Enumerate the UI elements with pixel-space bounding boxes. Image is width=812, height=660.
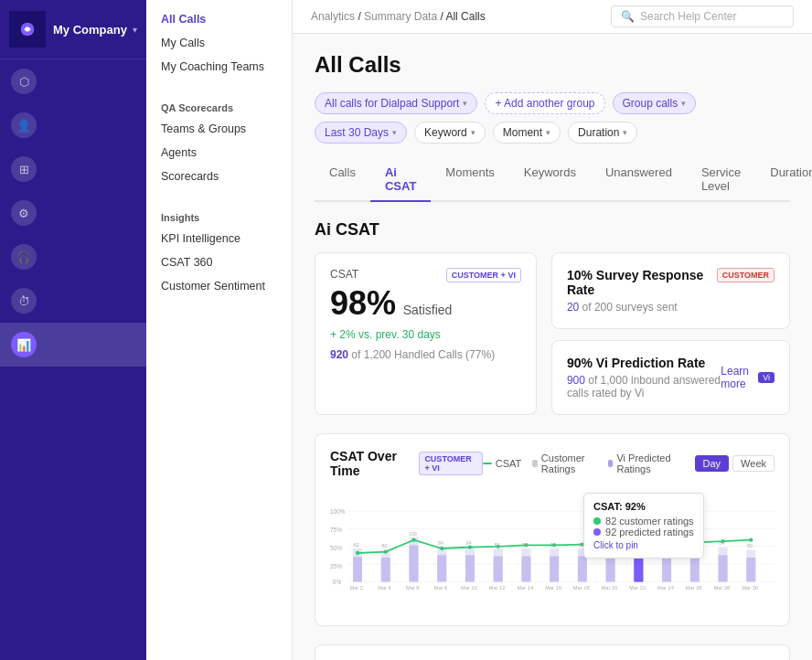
filter-duration[interactable]: Duration ▾	[568, 122, 637, 144]
filter-keyword[interactable]: Keyword ▾	[414, 122, 486, 144]
nav-section-calls: All Calls My Calls My Coaching Teams	[146, 0, 292, 86]
svg-text:0%: 0%	[333, 579, 342, 585]
nav-section-title-qa: QA Scorecards	[146, 93, 292, 117]
nav-item-all-calls[interactable]: All Calls	[146, 7, 292, 31]
learn-more-link[interactable]: Learn more	[721, 365, 749, 390]
chart-icon: 📊	[11, 332, 37, 357]
nav-item-scorecards[interactable]: Scorecards	[146, 165, 292, 188]
tab-duration[interactable]: Duration	[755, 158, 812, 202]
tooltip-predicted-row: 92 predicted ratings	[593, 527, 694, 538]
svg-text:50%: 50%	[330, 545, 342, 551]
page-title: All Calls	[315, 52, 790, 78]
svg-rect-39	[719, 555, 728, 581]
svg-text:Mar 6: Mar 6	[406, 585, 420, 591]
breadcrumb-summary[interactable]: Summary Data	[364, 10, 437, 23]
nav-item-teams-groups[interactable]: Teams & Groups	[146, 117, 292, 141]
team-icon: ⊞	[11, 156, 37, 182]
company-name: My Company	[53, 23, 133, 37]
tab-keywords[interactable]: Keywords	[509, 158, 591, 202]
svg-point-45	[440, 547, 443, 550]
survey-rate-sub: 20 of 200 surveys sent	[567, 301, 775, 314]
nav-section-title-insights: Insights	[146, 203, 292, 227]
home-icon: ⬡	[11, 69, 37, 94]
breadcrumb-current: All Calls	[445, 10, 485, 23]
svg-rect-12	[353, 557, 362, 581]
sidebar-icon-settings[interactable]: ⚙	[0, 191, 146, 235]
csat-right-cards: CUSTOMER 10% Survey Response Rate 20 of …	[551, 252, 790, 415]
tab-unanswered[interactable]: Unanswered	[591, 158, 687, 202]
search-placeholder: Search Help Center	[640, 10, 736, 23]
svg-text:Mar 10: Mar 10	[461, 585, 477, 591]
logo	[9, 11, 46, 48]
svg-text:Mar 28: Mar 28	[714, 585, 731, 591]
nav-item-csat360[interactable]: CSAT 360	[146, 250, 292, 274]
nav-item-my-calls[interactable]: My Calls	[146, 31, 292, 55]
filter-last30-label: Last 30 Days	[325, 126, 389, 139]
tab-service-level[interactable]: Service Level	[687, 158, 755, 202]
svg-text:Mar 14: Mar 14	[517, 585, 533, 591]
prediction-content: 90% Vi Prediction Rate 900 of 1,000 inbo…	[567, 356, 721, 399]
chart-btn-week[interactable]: Week	[732, 455, 775, 472]
filter-moment[interactable]: Moment ▾	[493, 122, 561, 144]
legend-vi: Vi Predicted Ratings	[608, 452, 680, 474]
csat-handled-highlight: 920	[330, 348, 348, 361]
chart-btn-day[interactable]: Day	[695, 455, 730, 472]
filter-group1[interactable]: All calls for Dialpad Support ▾	[315, 92, 477, 114]
filter-add-group[interactable]: + Add another group	[485, 92, 604, 114]
breadcrumb: Analytics / Summary Data / All Calls	[311, 10, 486, 23]
sidebar-icon-headset[interactable]: 🎧	[0, 235, 146, 279]
chart-controls-group: CSAT Customer Ratings Vi Predicted Ratin…	[483, 452, 775, 474]
sidebar-icon-team[interactable]: ⊞	[0, 147, 146, 191]
svg-point-44	[411, 538, 415, 542]
filter-group-calls-label: Group calls	[623, 97, 678, 110]
tab-calls[interactable]: Calls	[315, 158, 370, 202]
filter-last30[interactable]: Last 30 Days ▾	[315, 122, 407, 144]
tab-ai-csat[interactable]: Ai CSAT	[370, 158, 431, 202]
ai-csat-title: Ai CSAT	[315, 220, 790, 240]
filter-keyword-caret: ▾	[471, 128, 475, 137]
svg-text:Mar 26: Mar 26	[686, 585, 702, 591]
nav-item-agents[interactable]: Agents	[146, 141, 292, 165]
legend-csat-line	[483, 463, 492, 464]
search-icon: 🔍	[621, 10, 635, 23]
svg-rect-37	[690, 555, 700, 581]
chart-legend: CSAT Customer Ratings Vi Predicted Ratin…	[483, 452, 680, 474]
breadcrumb-analytics[interactable]: Analytics	[311, 10, 355, 23]
svg-text:Mar 8: Mar 8	[434, 585, 448, 591]
svg-text:Mar 22: Mar 22	[629, 585, 646, 591]
sidebar-icon-clock[interactable]: ⏱	[0, 279, 146, 323]
svg-text:25%: 25%	[330, 563, 342, 570]
legend-csat-label: CSAT	[496, 458, 522, 469]
sidebar-icon-home[interactable]: ⬡	[0, 59, 146, 103]
svg-rect-14	[381, 558, 390, 581]
sidebar-icons: ⬡ 👤 ⊞ ⚙ 🎧 ⏱ 📊	[0, 59, 146, 367]
agents-section: Agents CUSTOMER + VI AGENTS ⇅	[315, 644, 790, 660]
chevron-down-icon[interactable]: ▾	[133, 25, 137, 35]
search-box[interactable]: 🔍 Search Help Center	[611, 5, 794, 27]
svg-text:100%: 100%	[330, 508, 346, 515]
filter-duration-label: Duration	[578, 126, 619, 139]
svg-text:Mar 4: Mar 4	[378, 585, 391, 591]
nav-item-my-coaching-teams[interactable]: My Coaching Teams	[146, 55, 292, 79]
vi-badge: Vi	[758, 372, 775, 383]
filter-group1-label: All calls for Dialpad Support	[325, 97, 459, 110]
svg-point-56	[749, 538, 753, 542]
tooltip-customer-ratings: 82 customer ratings	[605, 516, 694, 527]
nav-item-sentiment[interactable]: Customer Sentiment	[146, 274, 292, 298]
chart-tooltip: CSAT: 92% 82 customer ratings 92 predict…	[583, 493, 704, 559]
chart-svg: 100% 75% 50% 25% 0%	[330, 489, 775, 608]
tooltip-action[interactable]: Click to pin	[593, 540, 694, 550]
sidebar-icon-people[interactable]: 👤	[0, 103, 146, 147]
tooltip-title: CSAT: 92%	[593, 501, 694, 512]
tab-moments[interactable]: Moments	[431, 158, 508, 202]
tooltip-customer-row: 82 customer ratings	[593, 516, 694, 527]
filter-group-calls[interactable]: Group calls ▾	[613, 92, 697, 114]
chart-section: CSAT Over Time CUSTOMER + VI CSAT Custom…	[315, 433, 790, 626]
chart-badge: CUSTOMER + VI	[419, 452, 482, 475]
content-area: All Calls All calls for Dialpad Support …	[293, 34, 812, 660]
sidebar-icon-chart[interactable]: 📊	[0, 323, 146, 367]
left-nav: All Calls My Calls My Coaching Teams QA …	[146, 0, 293, 660]
svg-text:Mar 2: Mar 2	[349, 585, 363, 591]
sidebar-header: My Company ▾	[0, 0, 146, 59]
nav-item-kpi[interactable]: KPI Intelligence	[146, 227, 292, 250]
